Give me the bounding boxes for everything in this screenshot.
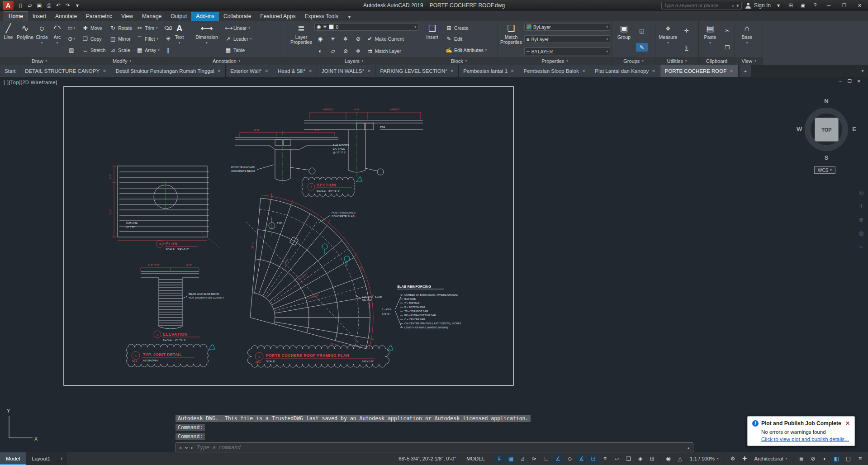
- snap-toggle-button[interactable]: ▦: [505, 454, 517, 464]
- quick-properties-button[interactable]: ≣: [796, 454, 807, 464]
- pan-icon[interactable]: ✛: [859, 203, 864, 209]
- edit-block-button[interactable]: ✎Edit: [444, 35, 488, 43]
- close-icon[interactable]: ✕: [511, 69, 514, 73]
- copy-clip-button[interactable]: ❐: [721, 43, 733, 52]
- help-search-box[interactable]: ⌕ ▾: [661, 2, 742, 9]
- tab-manage[interactable]: Manage: [138, 12, 166, 21]
- close-icon[interactable]: ✕: [582, 69, 586, 73]
- tab-add-ins[interactable]: Add-ins: [191, 12, 219, 21]
- model-space-canvas[interactable]: [-][Top][2D Wireframe] ─ ❐ ✕: [0, 77, 868, 452]
- trim-button[interactable]: ✂Trim▾: [135, 24, 161, 32]
- annotation-visibility-button[interactable]: ◉: [663, 454, 674, 464]
- mirror-button[interactable]: ◫Mirror: [108, 35, 133, 43]
- tab-parametric[interactable]: Parametric: [81, 12, 117, 21]
- command-history-icon[interactable]: ▴: [687, 445, 690, 450]
- circle-button[interactable]: ○Circle▾: [35, 22, 49, 56]
- close-icon[interactable]: ✕: [179, 445, 182, 450]
- close-icon[interactable]: ✕: [367, 69, 371, 73]
- customize-icon[interactable]: ⚒: [185, 445, 188, 450]
- copy-button[interactable]: ❐Copy: [81, 35, 107, 43]
- tab-annotate[interactable]: Annotate: [51, 12, 81, 21]
- orbit-icon[interactable]: ◍: [859, 230, 863, 237]
- selection-cycling-button[interactable]: ❏: [623, 454, 634, 464]
- create-block-button[interactable]: ⊞Create: [444, 24, 488, 32]
- group-edit-button[interactable]: ✎: [636, 43, 648, 52]
- draw-panel-title[interactable]: Draw▾: [0, 57, 79, 65]
- layers-panel-title[interactable]: Layers▾: [288, 57, 420, 65]
- quick-calc-button[interactable]: ∑: [681, 43, 693, 52]
- stay-connected-icon[interactable]: ◉: [798, 1, 807, 10]
- view-panel-title[interactable]: View▾: [735, 57, 763, 65]
- layer-isolate-button[interactable]: ◐: [314, 47, 326, 55]
- clean-screen-button[interactable]: ▢: [843, 454, 854, 464]
- layer-walk-button[interactable]: ❄: [352, 47, 364, 55]
- linear-button[interactable]: ⟷Linear▾: [223, 24, 253, 32]
- lineweight-toggle-button[interactable]: ≡: [599, 454, 611, 464]
- doc-minimize-icon[interactable]: ─: [839, 79, 842, 84]
- ungroup-button[interactable]: ◱: [636, 27, 648, 35]
- layout1-tab[interactable]: Layout1: [26, 452, 56, 465]
- workspace-switching-button[interactable]: ⚙: [727, 454, 739, 464]
- tab-collaborate[interactable]: Collaborate: [219, 12, 256, 21]
- insert-button[interactable]: ❑Insert: [422, 22, 443, 56]
- viewcube-south[interactable]: S: [825, 154, 829, 161]
- viewcube-north[interactable]: N: [824, 98, 828, 104]
- qat-customize-button[interactable]: ▾: [73, 1, 82, 10]
- array-button[interactable]: ▦Array▾: [135, 46, 161, 54]
- layer-dropdown[interactable]: ◉ ☀ 0 ▾: [314, 23, 418, 31]
- scale-button[interactable]: ⊿Scale: [108, 46, 133, 54]
- plot-button[interactable]: ⎙: [44, 1, 53, 10]
- file-tab[interactable]: JOINT IN WALLS*✕: [317, 65, 375, 77]
- doc-close-icon[interactable]: ✕: [857, 79, 861, 84]
- tab-view[interactable]: View: [117, 12, 138, 21]
- dynamic-ucs-button[interactable]: ⊞: [646, 454, 658, 464]
- file-tab-active[interactable]: PORTE COCHERE ROOF✕: [660, 65, 738, 77]
- doc-restore-icon[interactable]: ❐: [848, 79, 852, 84]
- isolate-objects-button[interactable]: ◐: [819, 454, 830, 464]
- id-point-button[interactable]: ✛: [681, 27, 693, 35]
- viewport-controls[interactable]: [-][Top][2D Wireframe]: [4, 80, 57, 85]
- open-file-button[interactable]: ▱: [25, 1, 34, 10]
- autocad-logo-button[interactable]: A: [3, 1, 14, 10]
- ellipse-button[interactable]: ⊙▾: [66, 35, 77, 43]
- graphics-performance-button[interactable]: ◧: [831, 454, 842, 464]
- polyline-button[interactable]: ∿Polyline: [17, 22, 33, 56]
- properties-panel-title[interactable]: Properties▾: [498, 57, 612, 65]
- make-current-button[interactable]: ✔Make Current: [365, 35, 405, 43]
- layer-unlock-button[interactable]: ⊘: [340, 47, 351, 55]
- wcs-selector[interactable]: WCS ▾: [814, 166, 835, 174]
- grid-toggle-button[interactable]: #: [493, 454, 505, 464]
- layer-freeze-button[interactable]: ❄: [340, 34, 351, 43]
- tab-insert[interactable]: Insert: [28, 12, 51, 21]
- showmotion-icon[interactable]: ▹: [860, 243, 863, 250]
- match-properties-button[interactable]: ❏Match Properties: [499, 22, 523, 56]
- lock-ui-button[interactable]: ⊘: [807, 454, 819, 464]
- file-tab[interactable]: Head & Sill*✕: [273, 65, 317, 77]
- units-button[interactable]: Architectural▾: [751, 456, 791, 461]
- model-space-button[interactable]: MODEL: [463, 456, 489, 461]
- minimize-button[interactable]: ─: [823, 0, 835, 10]
- ribbon-minimize-button[interactable]: ▾: [346, 13, 353, 21]
- viewcube-top-face[interactable]: TOP: [815, 118, 839, 142]
- move-button[interactable]: ✚Move: [81, 24, 107, 32]
- dimension-button[interactable]: ⟷Dimension▾: [194, 22, 220, 56]
- undo-button[interactable]: ↶: [54, 1, 63, 10]
- file-tab[interactable]: PARKING LEVEL SECTION*✕: [375, 65, 459, 77]
- file-tab-start[interactable]: Start: [0, 65, 20, 77]
- viewcube-west[interactable]: W: [797, 126, 802, 133]
- linetype-dropdown[interactable]: ┄BYLAYER▾: [524, 47, 610, 55]
- command-input-bar[interactable]: ✕ ⚒ ▸ ▴: [175, 442, 693, 452]
- layer-properties-button[interactable]: ≣Layer Properties: [289, 22, 313, 56]
- search-dropdown-icon[interactable]: ▾: [736, 3, 739, 9]
- tab-home[interactable]: Home: [4, 11, 28, 21]
- close-icon[interactable]: ✕: [308, 69, 312, 73]
- close-icon[interactable]: ✕: [845, 420, 850, 427]
- isodraft-button[interactable]: ◇: [564, 454, 575, 464]
- match-layer-button[interactable]: ⇉Match Layer: [365, 47, 403, 55]
- sign-in-button[interactable]: Sign In: [754, 2, 771, 9]
- object-color-dropdown[interactable]: ByLayer▾: [524, 23, 610, 31]
- rotate-button[interactable]: ↻Rotate: [108, 24, 133, 32]
- notification-link[interactable]: Click to view plot and publish details..…: [761, 437, 850, 442]
- new-file-button[interactable]: ▯: [16, 1, 25, 10]
- annotation-scale-button[interactable]: 1:1 / 100%▾: [686, 456, 722, 461]
